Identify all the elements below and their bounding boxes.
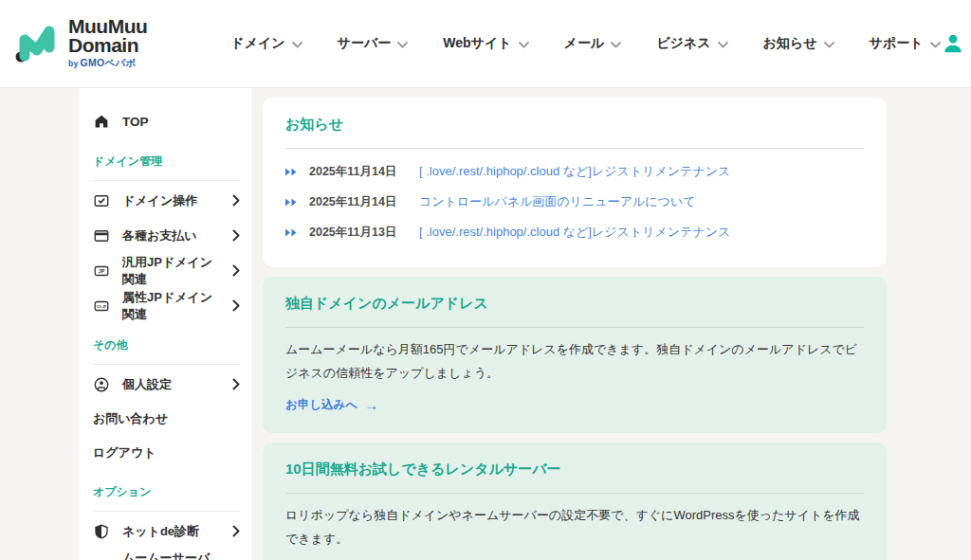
chevron-down-icon <box>824 36 834 51</box>
jp-badge-icon: JP <box>93 262 110 280</box>
chevron-right-icon <box>232 299 240 312</box>
chevron-right-icon <box>232 378 240 390</box>
promo-card-body: ロリポップなら独自ドメインやネームサーバーの設定不要で、すぐにWordPress… <box>285 503 864 551</box>
double-arrow-icon <box>285 224 298 241</box>
nav-item-support[interactable]: サポート <box>870 35 941 52</box>
divider <box>93 364 240 365</box>
chevron-down-icon <box>611 36 621 51</box>
nav-item-server[interactable]: サーバー <box>338 35 409 52</box>
chevron-down-icon <box>292 36 302 51</box>
news-row: 2025年11月13日 [ .love/.rest/.hiphop/.cloud… <box>285 217 864 247</box>
header: MuuMuu Domain byGMOペパボ ドメイン サーバー Webサイト … <box>0 0 971 88</box>
sidebar-item-label: 個人設定 <box>122 376 172 393</box>
sidebar-item-label: 汎用JPドメイン関連 <box>122 254 220 288</box>
arrow-right-icon: → <box>364 398 378 412</box>
divider <box>93 511 240 512</box>
cojp-badge-icon: CO.JP <box>93 298 110 315</box>
chevron-down-icon <box>930 36 941 51</box>
sidebar-item-muumuu-server[interactable]: ムームーサーバー <box>93 549 240 560</box>
divider <box>285 327 864 328</box>
sidebar-item-net-de-shindan[interactable]: ネットde診断 <box>93 514 240 549</box>
sidebar-item-top[interactable]: TOP <box>93 103 240 139</box>
muumuu-logo[interactable]: MuuMuu Domain byGMOペパボ <box>13 17 147 71</box>
news-date: 2025年11月14日 <box>309 194 408 210</box>
sidebar-section-other: その他 <box>93 337 240 353</box>
double-arrow-icon <box>285 193 298 210</box>
svg-text:JP: JP <box>99 268 105 274</box>
main-content: お知らせ 2025年11月14日 [ .love/.rest/.hiphop/.… <box>263 98 887 560</box>
sidebar-item-label: ネットde診断 <box>122 523 199 540</box>
sidebar-item-label: ドメイン操作 <box>122 192 197 209</box>
nav-item-mail[interactable]: メール <box>564 35 622 52</box>
domain-check-icon <box>93 192 110 209</box>
sidebar-item-generic-jp[interactable]: JP 汎用JPドメイン関連 <box>93 253 240 288</box>
news-link[interactable]: [ .love/.rest/.hiphop/.cloud など]レジストリメンテ… <box>419 163 730 180</box>
chevron-down-icon <box>718 36 728 51</box>
nav-item-business[interactable]: ビジネス <box>656 35 727 52</box>
logo-byline: byGMOペパボ <box>68 57 147 70</box>
promo-card-rental-server: 10日間無料お試しできるレンタルサーバー ロリポップなら独自ドメインやネームサー… <box>263 443 887 560</box>
promo-card-mail: 独自ドメインのメールアドレス ムームーメールなら月額165円でメールアドレスを作… <box>263 277 887 433</box>
nav-item-domain[interactable]: ドメイン <box>230 35 302 52</box>
chevron-right-icon <box>232 264 240 277</box>
home-icon <box>93 113 110 130</box>
news-row: 2025年11月14日 コントロールパネル画面のリニューアルについて <box>285 187 864 217</box>
sidebar-link-logout[interactable]: ログアウト <box>93 436 240 470</box>
logo-name-line1: MuuMuu <box>68 17 147 36</box>
divider <box>285 148 864 149</box>
divider <box>285 493 864 494</box>
divider <box>93 180 240 181</box>
news-link[interactable]: コントロールパネル画面のリニューアルについて <box>419 193 695 210</box>
chevron-right-icon <box>232 525 240 537</box>
promo-card-body: ムームーメールなら月額165円でメールアドレスを作成できます。独自ドメインのメー… <box>285 337 864 386</box>
news-card: お知らせ 2025年11月14日 [ .love/.rest/.hiphop/.… <box>263 98 887 267</box>
shield-icon <box>93 523 110 540</box>
logo-name-line2: Domain <box>68 36 147 55</box>
promo-apply-link[interactable]: お申し込みへ→ <box>285 397 378 413</box>
sidebar-item-label: 各種お支払い <box>122 227 197 244</box>
promo-card-title: 独自ドメインのメールアドレス <box>285 295 864 313</box>
chevron-down-icon <box>519 36 529 51</box>
payment-card-icon <box>93 227 110 244</box>
news-date: 2025年11月14日 <box>309 164 408 180</box>
sidebar: TOP ドメイン管理 ドメイン操作 各種お支払い JP 汎用JPドメイン関連 <box>80 88 251 560</box>
sidebar-item-label: ムームーサーバー <box>122 550 220 560</box>
promo-card-title: 10日間無料お試しできるレンタルサーバー <box>285 461 864 479</box>
chevron-right-icon <box>232 229 240 242</box>
chevron-down-icon <box>397 36 408 51</box>
sidebar-link-contact[interactable]: お問い合わせ <box>93 402 240 436</box>
news-card-title: お知らせ <box>285 116 864 134</box>
news-date: 2025年11月13日 <box>309 225 408 241</box>
sidebar-item-label: 属性JPドメイン関連 <box>122 289 220 323</box>
sidebar-item-personal-settings[interactable]: 個人設定 <box>93 367 240 402</box>
nav-item-news[interactable]: お知らせ <box>763 35 834 52</box>
double-arrow-icon <box>285 163 298 180</box>
sidebar-item-label: TOP <box>122 115 149 129</box>
sidebar-section-options: オプション <box>93 484 240 500</box>
main-nav: ドメイン サーバー Webサイト メール ビジネス お知らせ サポート <box>230 35 940 52</box>
sidebar-item-payments[interactable]: 各種お支払い <box>93 218 240 253</box>
news-row: 2025年11月14日 [ .love/.rest/.hiphop/.cloud… <box>285 156 864 187</box>
chevron-right-icon <box>232 194 240 207</box>
person-icon <box>93 376 110 393</box>
news-link[interactable]: [ .love/.rest/.hiphop/.cloud など]レジストリメンテ… <box>419 224 730 241</box>
muumuu-logo-mark-icon <box>13 18 61 69</box>
sidebar-item-domain-ops[interactable]: ドメイン操作 <box>93 183 240 218</box>
user-icon[interactable] <box>941 31 965 56</box>
sidebar-item-attribute-jp[interactable]: CO.JP 属性JPドメイン関連 <box>93 288 240 323</box>
svg-text:CO.JP: CO.JP <box>97 304 107 308</box>
nav-item-website[interactable]: Webサイト <box>443 35 528 52</box>
sidebar-section-domain-mgmt: ドメイン管理 <box>93 154 240 170</box>
